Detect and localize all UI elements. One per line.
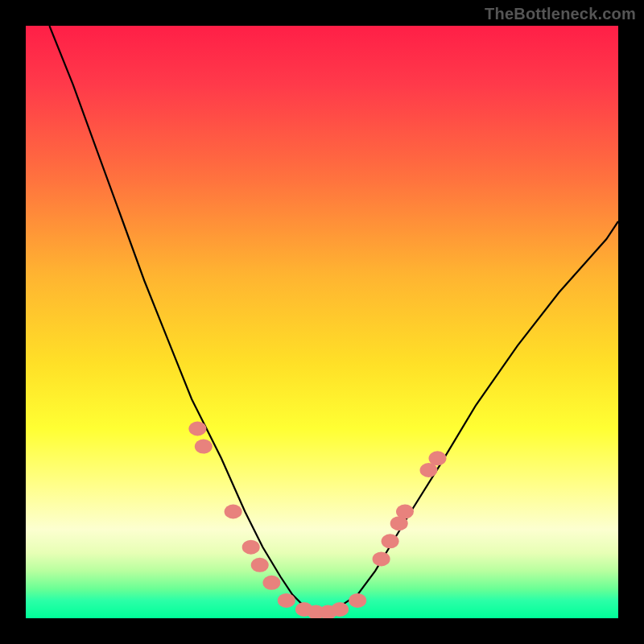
curve-dot	[225, 505, 242, 519]
curve-dot	[373, 551, 390, 566]
curve-dot	[251, 558, 269, 572]
chart-svg	[26, 26, 618, 618]
plot-area	[26, 26, 618, 618]
curve-dot	[396, 505, 414, 519]
curve-dot	[188, 422, 206, 436]
curve-dot	[278, 593, 295, 608]
curve-dot	[195, 440, 213, 454]
watermark-text: TheBottleneck.com	[485, 5, 636, 23]
curve-dot	[382, 534, 399, 548]
curve-dot	[349, 593, 366, 608]
bottleneck-curve	[49, 26, 618, 613]
curve-dot	[262, 576, 280, 590]
curve-dot	[429, 451, 447, 465]
curve-dot	[242, 540, 260, 555]
curve-dot	[331, 602, 349, 617]
outer-frame: TheBottleneck.com	[0, 0, 644, 644]
curve-markers	[188, 422, 446, 619]
